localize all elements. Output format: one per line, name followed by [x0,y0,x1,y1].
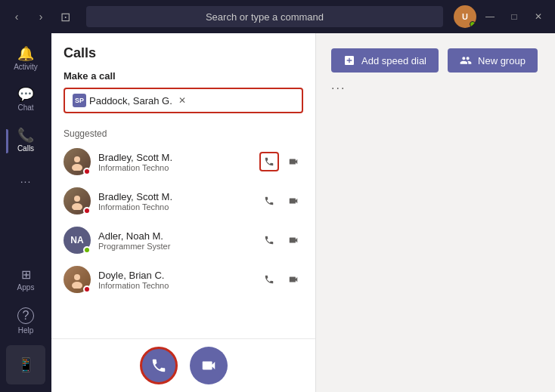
add-speed-dial-icon [343,54,355,66]
maximize-button[interactable]: □ [504,6,525,27]
video-call-icon-scott1[interactable] [284,152,303,171]
video-svg-scott1 [288,156,299,167]
phone-svg-scott2 [264,196,274,206]
caller-initials: SP [73,94,86,107]
contact-actions-scott1 [259,152,303,171]
video-svg-scott2 [288,196,299,206]
caller-name: Paddock, Sarah G. [89,95,172,106]
contact-item-scott2[interactable]: Bradley, Scott M. Information Techno [51,181,315,221]
sidebar: 🔔 Activity 💬 Chat 📞 Calls ··· ⊞ Apps [0,33,51,392]
left-panel: Calls Make a call SP Paddock, Sarah G. ✕… [51,33,316,392]
contact-name-scott2: Bradley, Scott M. [98,191,252,202]
close-button[interactable]: ✕ [528,6,549,27]
forward-button[interactable]: › [30,6,51,27]
titlebar-right: U — □ ✕ [454,5,549,28]
contact-list: Bradley, Scott M. Information Techno [51,142,315,338]
status-dot-doyle [83,286,91,293]
sidebar-item-chat[interactable]: 💬 Chat [6,80,45,119]
apps-icon: ⊞ [21,269,31,281]
video-call-svg [200,357,217,374]
contact-actions-scott2 [259,191,303,211]
audio-call-svg [150,357,167,374]
contact-dept-scott1: Information Techno [98,163,252,172]
make-call-label: Make a call [64,70,303,82]
add-speed-dial-button[interactable]: Add speed dial [331,48,439,73]
phone-svg-doyle [264,274,274,285]
contact-avatar-noah: NA [64,227,91,254]
contact-avatar-scott2 [64,187,91,215]
sidebar-item-chat-wrapper: 💬 Chat [6,80,45,121]
sidebar-item-activity[interactable]: 🔔 Activity [6,39,45,79]
caller-tag: SP Paddock, Sarah G. ✕ [73,94,186,107]
help-icon: ? [17,307,34,324]
status-dot-noah [83,246,91,254]
person-silhouette-scott2 [68,192,86,210]
titlebar: ‹ › ⊡ Search or type a command U — □ ✕ [0,0,555,33]
video-call-icon-doyle[interactable] [284,270,303,289]
contact-item-scott1[interactable]: Bradley, Scott M. Information Techno [51,142,315,181]
more-icon: ··· [20,176,32,187]
phone-svg-noah [264,235,274,245]
user-avatar[interactable]: U [454,5,476,28]
device-icon: 📱 [17,358,34,372]
svg-point-3 [72,203,82,210]
minimize-button[interactable]: — [479,6,501,27]
sidebar-item-calls[interactable]: 📞 Calls [6,121,45,160]
chat-icon: 💬 [17,88,34,101]
titlebar-nav: ‹ › ⊡ [6,6,76,27]
svg-point-4 [74,274,80,280]
page-title: Calls [64,45,303,61]
contact-dept-scott2: Information Techno [98,202,252,211]
sidebar-label-help: Help [18,326,34,335]
active-indicator [6,129,8,153]
avatar-initials: U [462,12,468,21]
audio-call-icon-scott1[interactable] [259,152,279,171]
video-svg-noah [288,235,299,245]
contact-info-scott1: Bradley, Scott M. Information Techno [98,152,252,172]
audio-call-icon-noah[interactable] [259,230,279,250]
audio-call-button[interactable] [140,347,178,384]
new-window-button[interactable]: ⊡ [54,6,76,27]
speed-dial-buttons: Add speed dial New group [331,48,540,73]
avatar-status-dot [470,21,476,27]
call-input-box[interactable]: SP Paddock, Sarah G. ✕ [64,88,303,113]
sidebar-item-calls-wrapper: 📞 Calls [6,121,45,162]
contact-info-scott2: Bradley, Scott M. Information Techno [98,191,252,211]
contact-avatar-doyle [64,266,91,293]
sidebar-item-more[interactable]: ··· [6,162,45,201]
sidebar-item-device[interactable]: 📱 [6,345,45,384]
video-call-icon-noah[interactable] [284,230,303,250]
add-speed-dial-label: Add speed dial [361,55,426,66]
audio-call-icon-doyle[interactable] [259,270,279,289]
sidebar-item-activity-wrapper: 🔔 Activity [6,39,45,80]
video-call-button[interactable] [190,347,228,384]
new-group-button[interactable]: New group [448,48,538,73]
new-group-label: New group [478,55,526,66]
person-silhouette-doyle [68,270,86,289]
audio-call-icon-scott2[interactable] [259,191,279,211]
contact-dept-noah: Programmer Syster [98,242,252,251]
sidebar-item-apps[interactable]: ⊞ Apps [6,261,45,300]
back-button[interactable]: ‹ [6,6,27,27]
sidebar-label-apps: Apps [17,283,35,292]
contact-dept-doyle: Information Techno [98,281,252,290]
svg-point-5 [72,282,82,289]
video-call-icon-scott2[interactable] [284,191,303,211]
contact-item-noah[interactable]: NA Adler, Noah M. Programmer Syster [51,221,315,260]
search-bar[interactable]: Search or type a command [86,6,443,27]
svg-point-0 [74,156,80,162]
sidebar-label-activity: Activity [14,63,38,71]
sidebar-label-calls: Calls [17,144,34,153]
right-panel: Add speed dial New group ··· [316,33,555,392]
left-panel-header: Calls Make a call SP Paddock, Sarah G. ✕ [51,33,315,128]
calls-icon: 📞 [17,128,34,142]
contact-actions-noah [259,230,303,250]
more-options-button[interactable]: ··· [331,82,540,95]
sidebar-item-help[interactable]: ? Help [6,301,45,341]
search-placeholder-text: Search or type a command [206,11,324,23]
caller-remove-button[interactable]: ✕ [178,95,186,106]
contact-name-scott1: Bradley, Scott M. [98,152,252,163]
phone-svg-scott1 [264,156,274,167]
contact-info-doyle: Doyle, Brian C. Information Techno [98,270,252,290]
contact-item-doyle[interactable]: Doyle, Brian C. Information Techno [51,260,315,299]
